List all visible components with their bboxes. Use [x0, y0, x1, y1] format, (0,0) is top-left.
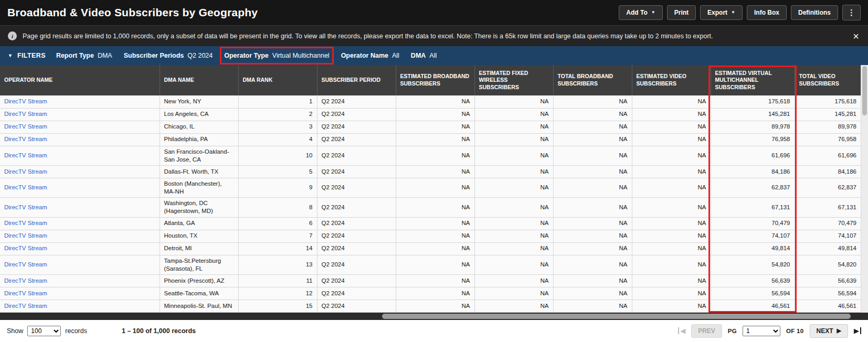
cell-est_virtual: 49,814 — [711, 242, 795, 255]
kebab-icon: ⋮ — [848, 8, 855, 17]
cell-total_broadband: NA — [553, 95, 632, 108]
pg-label: PG — [728, 328, 737, 334]
cell-dma_name: Seattle-Tacoma, WA — [160, 287, 238, 300]
cell-operator: DirecTV Stream — [0, 242, 160, 255]
cell-est_video: NA — [632, 108, 711, 121]
table-wrap: OPERATOR NAMEDMA NAMEDMA RANKSUBSCRIBER … — [0, 65, 861, 313]
table-row: DirecTV StreamDetroit, MI14Q2 2024NANANA… — [0, 242, 861, 255]
filter-dma[interactable]: DMAAll — [411, 52, 437, 59]
table-row: DirecTV StreamLos Angeles, CA2Q2 2024NAN… — [0, 108, 861, 121]
operator-link[interactable]: DirecTV Stream — [4, 98, 47, 104]
cell-dma_rank: 15 — [238, 300, 317, 312]
cell-est_fixed_wireless: NA — [474, 165, 553, 178]
cell-dma_name: Detroit, MI — [160, 242, 238, 255]
operator-link[interactable]: DirecTV Stream — [4, 123, 47, 130]
filter-items: Report TypeDMASubscriber PeriodsQ2 2024O… — [56, 52, 437, 59]
cell-dma_rank: 2 — [238, 108, 317, 121]
page-select[interactable]: 1 — [743, 326, 780, 336]
next-page-button[interactable]: NEXT ▶ — [810, 324, 848, 338]
table-row: DirecTV StreamNew York, NY1Q2 2024NANANA… — [0, 95, 861, 108]
column-header-total_broadband[interactable]: TOTAL BROADBAND SUBSCRIBERS — [553, 65, 632, 95]
export-button[interactable]: Export▼ — [700, 5, 743, 20]
add-to-button[interactable]: Add To▼ — [619, 5, 662, 20]
filter-subscriber-periods[interactable]: Subscriber PeriodsQ2 2024 — [124, 52, 213, 59]
filter-report-type[interactable]: Report TypeDMA — [56, 52, 112, 59]
column-header-total_video[interactable]: TOTAL VIDEO SUBSCRIBERS — [795, 65, 861, 95]
cell-est_virtual: 62,837 — [711, 178, 795, 197]
print-button[interactable]: Print — [667, 5, 696, 20]
filters-toggle[interactable]: ▼ FILTERS — [8, 52, 46, 59]
horizontal-scrollbar[interactable] — [0, 313, 868, 320]
last-page-button[interactable]: ▶ — [854, 327, 861, 334]
cell-total_video: 61,696 — [795, 146, 861, 165]
cell-est_virtual: 74,107 — [711, 230, 795, 242]
table-row: DirecTV StreamDallas-Ft. Worth, TX5Q2 20… — [0, 165, 861, 178]
caret-down-icon: ▼ — [651, 10, 655, 15]
cell-est_broadband: NA — [396, 255, 474, 274]
cell-operator: DirecTV Stream — [0, 178, 160, 197]
operator-link[interactable]: DirecTV Stream — [4, 136, 47, 142]
operator-link[interactable]: DirecTV Stream — [4, 152, 47, 158]
column-header-est_virtual[interactable]: ESTIMATED VIRTUAL MULTICHANNEL SUBSCRIBE… — [711, 65, 795, 95]
column-header-period[interactable]: SUBSCRIBER PERIOD — [317, 65, 396, 95]
cell-est_broadband: NA — [396, 165, 474, 178]
cell-total_video: 56,639 — [795, 274, 861, 287]
column-header-operator[interactable]: OPERATOR NAME — [0, 65, 160, 95]
first-page-button[interactable]: ◀ — [678, 327, 685, 334]
cell-dma_rank: 10 — [238, 146, 317, 165]
cell-est_broadband: NA — [396, 217, 474, 230]
operator-link[interactable]: DirecTV Stream — [4, 303, 47, 309]
cell-est_broadband: NA — [396, 146, 474, 165]
cell-est_virtual: 76,958 — [711, 133, 795, 146]
cell-total_video: 62,837 — [795, 178, 861, 197]
operator-link[interactable]: DirecTV Stream — [4, 232, 47, 239]
column-header-est_fixed_wireless[interactable]: ESTIMATED FIXED WIRELESS SUBSCRIBERS — [474, 65, 553, 95]
cell-est_fixed_wireless: NA — [474, 133, 553, 146]
data-grid: OPERATOR NAMEDMA NAMEDMA RANKSUBSCRIBER … — [0, 65, 861, 313]
prev-page-button[interactable]: PREV — [691, 324, 722, 338]
cell-est_virtual: 67,131 — [711, 198, 795, 217]
cell-est_broadband: NA — [396, 108, 474, 121]
definitions-button[interactable]: Definitions — [791, 5, 838, 20]
operator-link[interactable]: DirecTV Stream — [4, 184, 47, 190]
cell-total_broadband: NA — [553, 230, 632, 242]
cell-total_broadband: NA — [553, 178, 632, 197]
button-label: Export — [707, 9, 727, 16]
table-row: DirecTV StreamBoston (Manchester), MA-NH… — [0, 178, 861, 197]
operator-link[interactable]: DirecTV Stream — [4, 111, 47, 117]
vertical-scrollbar-thumb[interactable] — [862, 66, 867, 115]
cell-dma_name: Chicago, IL — [160, 121, 238, 133]
info-box-button[interactable]: Info Box — [747, 5, 787, 20]
cell-est_broadband: NA — [396, 230, 474, 242]
column-header-est_broadband[interactable]: ESTIMATED BROADBAND SUBSCRIBERS — [396, 65, 474, 95]
cell-est_fixed_wireless: NA — [474, 287, 553, 300]
cell-period: Q2 2024 — [317, 230, 396, 242]
operator-link[interactable]: DirecTV Stream — [4, 277, 47, 284]
filter-bar: ▼ FILTERS Report TypeDMASubscriber Perio… — [0, 46, 868, 65]
operator-link[interactable]: DirecTV Stream — [4, 290, 47, 296]
column-header-dma_rank[interactable]: DMA RANK — [238, 65, 317, 95]
cell-total_broadband: NA — [553, 255, 632, 274]
cell-est_broadband: NA — [396, 95, 474, 108]
vertical-scrollbar[interactable] — [861, 65, 868, 313]
operator-link[interactable]: DirecTV Stream — [4, 245, 47, 251]
filter-operator-type[interactable]: Operator TypeVirtual Multichannel — [224, 52, 329, 59]
cell-est_fixed_wireless: NA — [474, 178, 553, 197]
operator-link[interactable]: DirecTV Stream — [4, 204, 47, 210]
horizontal-scrollbar-thumb[interactable] — [382, 314, 851, 319]
cell-est_video: NA — [632, 255, 711, 274]
more-options-button[interactable]: ⋮ — [842, 5, 861, 20]
cell-est_video: NA — [632, 95, 711, 108]
page-size-select[interactable]: 100 — [27, 326, 61, 336]
close-notice-button[interactable]: × — [852, 31, 860, 41]
cell-total_broadband: NA — [553, 300, 632, 312]
cell-est_virtual: 145,281 — [711, 108, 795, 121]
operator-link[interactable]: DirecTV Stream — [4, 261, 47, 268]
cell-est_broadband: NA — [396, 178, 474, 197]
cell-operator: DirecTV Stream — [0, 165, 160, 178]
operator-link[interactable]: DirecTV Stream — [4, 168, 47, 175]
column-header-est_video[interactable]: ESTIMATED VIDEO SUBSCRIBERS — [632, 65, 711, 95]
filter-operator-name[interactable]: Operator NameAll — [341, 52, 399, 59]
column-header-dma_name[interactable]: DMA NAME — [160, 65, 238, 95]
operator-link[interactable]: DirecTV Stream — [4, 220, 47, 226]
